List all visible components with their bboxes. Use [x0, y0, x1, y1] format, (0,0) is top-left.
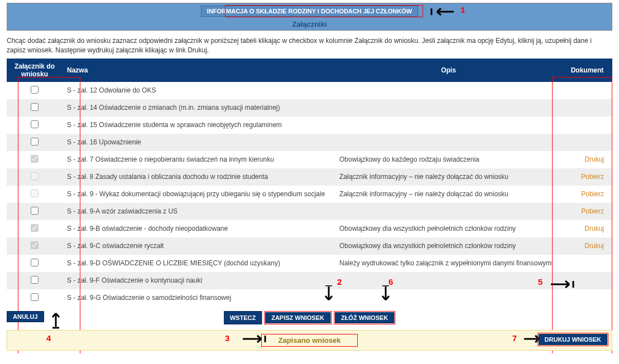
attachment-desc: Obowiązkowy dla wszystkich pełnoletnich … — [335, 237, 562, 255]
attachment-desc: Obowiązkowy dla wszystkich pełnoletnich … — [335, 220, 562, 237]
attachment-checkbox[interactable] — [31, 207, 39, 215]
col-opis: Opis — [335, 59, 562, 82]
attachment-checkbox[interactable] — [31, 103, 39, 111]
attachment-desc: Załącznik informacyjny – nie należy dołą… — [335, 168, 562, 186]
attachment-desc — [335, 82, 562, 99]
attachment-name: S - zał. 9-A wzór zaświadczenia z US — [63, 203, 335, 220]
col-zalacznik: Załącznik do wniosku — [7, 59, 63, 82]
submit-request-button[interactable]: ZŁÓŻ WNIOSEK — [335, 312, 394, 323]
attachment-name: S - zał. 9-D OŚWIADCZENIE O LICZBIE MIES… — [63, 255, 335, 272]
attachment-checkbox[interactable] — [31, 86, 39, 94]
attachment-name: S - zał. 9-C oświadczenie ryczałt — [63, 237, 335, 255]
table-row: S - zał. 12 Odwołanie do OKS — [7, 82, 612, 99]
annotation-number-7: 7 — [512, 333, 517, 343]
table-row: S - zał. 9-G Oświadczenie o samodzielnoś… — [7, 289, 612, 307]
attachment-name: S - zał. 15 Oświadczenie studenta w spra… — [63, 117, 335, 134]
attachment-name: S - zał. 9-G Oświadczenie o samodzielnoś… — [63, 289, 335, 307]
print-link[interactable]: Drukuj — [584, 242, 604, 250]
attachment-name: S - zał. 8 Zasady ustalania i obliczania… — [63, 168, 335, 186]
table-row: S - zał. 9 - Wykaz dokumentacji obowiązu… — [7, 186, 612, 203]
print-request-button[interactable]: DRUKUJ WNIOSEK — [539, 334, 607, 345]
annotation-number-2: 2 — [337, 277, 342, 287]
col-dokument: Dokument — [562, 59, 612, 82]
table-row: S - zał. 16 Upoważnienie — [7, 134, 612, 151]
attachment-desc — [335, 99, 562, 117]
attachment-name: S - zał. 9-B oświadczenie - dochody nieo… — [63, 220, 335, 237]
download-link[interactable]: Pobierz — [581, 173, 604, 181]
download-link[interactable]: Pobierz — [581, 207, 604, 215]
document-cell — [562, 289, 612, 307]
table-row: S - zał. 9-D OŚWIADCZENIE O LICZBIE MIES… — [7, 255, 612, 272]
table-row: S - zał. 15 Oświadczenie studenta w spra… — [7, 117, 612, 134]
attachment-checkbox[interactable] — [31, 293, 39, 301]
col-nazwa: Nazwa — [63, 59, 335, 82]
table-row: S - zał. 9-F Oświadczenie o kontynuacji … — [7, 272, 612, 289]
back-button[interactable]: WSTECZ — [224, 311, 262, 324]
document-cell: Pobierz — [562, 203, 612, 220]
annotation-number-1: 1 — [460, 5, 465, 14]
attachment-checkbox[interactable] — [31, 138, 39, 145]
document-cell: Drukuj — [562, 237, 612, 255]
arrow-right-icon — [548, 279, 576, 290]
document-cell — [562, 99, 612, 117]
attachment-checkbox[interactable] — [31, 276, 39, 284]
document-cell: Pobierz — [562, 168, 612, 186]
attachment-checkbox — [31, 241, 39, 249]
table-row: S - zał. 7 Oświadczenie o niepobieraniu … — [7, 151, 612, 168]
table-row: S - zał. 9-A wzór zaświadczenia z USPobi… — [7, 203, 612, 220]
attachment-name: S - zał. 14 Oświadczenie o zmianach (m.i… — [63, 99, 335, 117]
attachment-desc — [335, 272, 562, 289]
annotation-number-4: 4 — [46, 333, 51, 343]
attachment-name: S - zał. 12 Odwołanie do OKS — [63, 82, 335, 99]
print-link[interactable]: Drukuj — [584, 225, 604, 232]
document-cell — [562, 117, 612, 134]
info-family-income-button[interactable]: INFORMACJA O SKŁADZIE RODZINY I DOCHODAC… — [201, 6, 418, 17]
attachments-table-wrap: Załącznik do wniosku Nazwa Opis Dokument… — [7, 59, 612, 307]
save-request-button[interactable]: ZAPISZ WNIOSEK — [265, 312, 330, 323]
document-cell: Drukuj — [562, 220, 612, 237]
attachment-checkbox[interactable] — [31, 259, 39, 266]
cancel-button[interactable]: ANULUJ — [7, 311, 44, 322]
document-cell — [562, 134, 612, 151]
attachment-desc — [335, 117, 562, 134]
arrow-up-icon — [50, 310, 61, 329]
document-cell — [562, 82, 612, 99]
table-row: S - zał. 9-B oświadczenie - dochody nieo… — [7, 220, 612, 237]
arrow-left-icon — [429, 6, 457, 17]
arrow-down-icon — [380, 285, 391, 304]
annotation-number-5: 5 — [538, 277, 543, 287]
document-cell: Pobierz — [562, 186, 612, 203]
attachment-desc: Obowiązkowy do każdego rodzaju świadczen… — [335, 151, 562, 168]
attachment-name: S - zał. 7 Oświadczenie o niepobieraniu … — [63, 151, 335, 168]
table-row: S - zał. 8 Zasady ustalania i obliczania… — [7, 168, 612, 186]
attachment-checkbox — [31, 155, 39, 163]
attachments-table: Załącznik do wniosku Nazwa Opis Dokument… — [7, 59, 612, 307]
document-cell — [562, 255, 612, 272]
table-row: S - zał. 14 Oświadczenie o zmianach (m.i… — [7, 99, 612, 117]
attachment-checkbox — [31, 224, 39, 232]
attachment-desc: Załącznik informacyjny – nie należy dołą… — [335, 186, 562, 203]
print-link[interactable]: Drukuj — [584, 156, 604, 163]
table-row: S - zał. 9-C oświadczenie ryczałtObowiąz… — [7, 237, 612, 255]
intro-text: Chcąc dodać załącznik do wniosku zaznacz… — [7, 36, 612, 55]
attachment-checkbox — [31, 190, 39, 197]
top-banner: INFORMACJA O SKŁADZIE RODZINY I DOCHODAC… — [7, 3, 612, 31]
attachment-name: S - zał. 9 - Wykaz dokumentacji obowiązu… — [63, 186, 335, 203]
arrow-right-icon — [240, 333, 268, 344]
attachment-desc — [335, 203, 562, 220]
attachments-heading: Załączniki — [7, 20, 612, 28]
attachment-desc — [335, 134, 562, 151]
document-cell: Drukuj — [562, 151, 612, 168]
attachment-checkbox — [31, 172, 39, 180]
arrow-down-icon — [323, 285, 334, 304]
attachment-desc: Należy wydrukować tylko załącznik z wype… — [335, 255, 562, 272]
attachment-desc — [335, 289, 562, 307]
attachment-name: S - zał. 9-F Oświadczenie o kontynuacji … — [63, 272, 335, 289]
attachment-name: S - zał. 16 Upoważnienie — [63, 134, 335, 151]
annotation-number-3: 3 — [225, 333, 229, 343]
message-bar: 4 3 Zapisano wniosek 7 DRUKUJ WNIOSEK — [7, 330, 612, 351]
attachment-checkbox[interactable] — [31, 120, 39, 128]
buttons-row: ANULUJ WSTECZ ZAPISZ WNIOSEK ZŁÓŻ WNIOSE… — [7, 311, 612, 326]
saved-message: Zapisano wniosek — [279, 336, 341, 344]
download-link[interactable]: Pobierz — [581, 190, 604, 198]
